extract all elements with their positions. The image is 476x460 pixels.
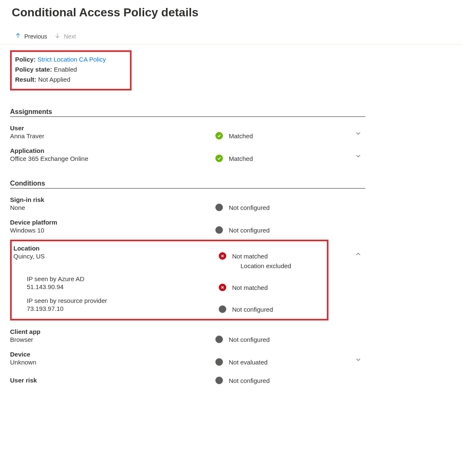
device-row: Device Unknown Not evaluated (10, 351, 365, 366)
policy-state-label: Policy state: (15, 66, 52, 73)
ip-azure-label: IP seen by Azure AD (27, 275, 219, 282)
device-value: Unknown (10, 359, 215, 366)
location-label: Location (13, 245, 219, 252)
signin-risk-status: Not configured (229, 204, 270, 211)
policy-label: Policy: (15, 56, 36, 63)
expand-application-toggle[interactable] (355, 153, 361, 160)
client-app-value: Browser (10, 336, 215, 343)
client-app-status: Not configured (229, 336, 270, 343)
ip-azure-value: 51.143.90.94 (27, 283, 219, 290)
signin-risk-value: None (10, 204, 215, 211)
location-row: Location Quincy, US Not matched (12, 245, 323, 260)
nav-bar: Previous Next (0, 19, 462, 44)
assignment-application-row: Application Office 365 Exchange Online M… (10, 147, 365, 162)
location-highlight-box: Location Quincy, US Not matched Location… (10, 240, 329, 320)
signin-risk-row: Sign-in risk None Not configured (10, 196, 365, 211)
dot-icon (219, 305, 226, 313)
policy-summary-box: Policy: Strict Location CA Policy Policy… (10, 50, 132, 90)
location-status: Not matched (232, 253, 268, 260)
device-platform-label: Device platform (10, 219, 215, 226)
application-label: Application (10, 147, 215, 154)
client-app-label: Client app (10, 328, 215, 335)
check-icon (215, 132, 223, 140)
ip-resource-row: IP seen by resource provider 73.193.97.1… (12, 297, 323, 313)
device-platform-row: Device platform Windows 10 Not configure… (10, 219, 365, 234)
expand-user-toggle[interactable] (355, 130, 361, 137)
user-risk-row: User risk Not configured (10, 377, 365, 384)
conditions-heading: Conditions (10, 180, 365, 189)
previous-button[interactable]: Previous (15, 33, 47, 40)
device-platform-value: Windows 10 (10, 227, 215, 234)
next-button[interactable]: Next (54, 33, 76, 40)
collapse-location-toggle[interactable] (355, 251, 361, 258)
check-icon (215, 155, 223, 162)
ip-azure-status: Not matched (232, 284, 268, 291)
device-status: Not evaluated (229, 359, 268, 366)
chevron-down-icon (355, 357, 361, 364)
ip-resource-status: Not configured (232, 306, 273, 313)
dot-icon (215, 204, 223, 211)
location-value: Quincy, US (13, 253, 219, 260)
dot-icon (215, 336, 223, 343)
next-label: Next (64, 33, 76, 40)
user-status: Matched (229, 132, 253, 140)
x-icon (219, 284, 226, 291)
assignments-heading: Assignments (10, 108, 365, 117)
expand-device-toggle[interactable] (355, 357, 361, 364)
application-value: Office 365 Exchange Online (10, 155, 215, 162)
arrow-up-icon (15, 33, 21, 40)
result-label: Result: (15, 76, 36, 83)
client-app-row: Client app Browser Not configured (10, 328, 365, 343)
page-title: Conditional Access Policy details (12, 6, 199, 19)
user-label: User (10, 124, 215, 132)
result-value: Not Applied (38, 76, 70, 83)
policy-state-value: Enabled (54, 66, 77, 73)
assignment-user-row: User Anna Traver Matched (10, 124, 365, 140)
application-status: Matched (229, 155, 253, 162)
dot-icon (215, 358, 223, 366)
arrow-down-icon (54, 33, 60, 40)
close-button[interactable] (459, 6, 464, 18)
previous-label: Previous (24, 33, 47, 40)
user-value: Anna Traver (10, 132, 215, 140)
dot-icon (215, 226, 223, 234)
user-risk-status: Not configured (229, 377, 270, 384)
x-icon (219, 252, 226, 260)
policy-name-link[interactable]: Strict Location CA Policy (37, 56, 106, 63)
location-excluded-note: Location excluded (12, 262, 323, 269)
ip-resource-value: 73.193.97.10 (27, 305, 219, 312)
user-risk-label: User risk (10, 377, 215, 384)
device-platform-status: Not configured (229, 227, 270, 234)
chevron-down-icon (355, 131, 361, 137)
ip-azure-row: IP seen by Azure AD 51.143.90.94 Not mat… (12, 275, 323, 291)
chevron-down-icon (355, 153, 361, 160)
dot-icon (215, 377, 223, 384)
device-label: Device (10, 351, 215, 358)
chevron-up-icon (355, 252, 361, 258)
signin-risk-label: Sign-in risk (10, 196, 215, 203)
ip-resource-label: IP seen by resource provider (27, 297, 219, 304)
